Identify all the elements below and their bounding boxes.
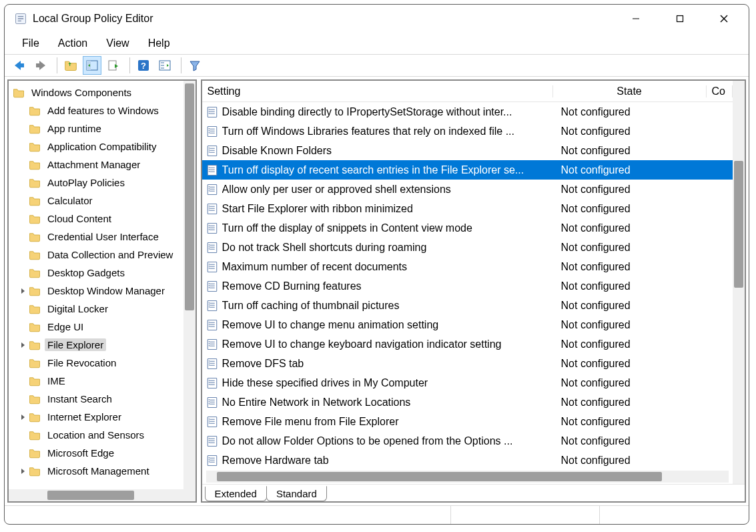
tab-extended[interactable]: Extended bbox=[205, 487, 267, 501]
list-row[interactable]: Maximum number of recent documentsNot co… bbox=[202, 257, 733, 276]
minimize-button[interactable] bbox=[614, 5, 658, 32]
app-window: Local Group Policy Editor File Action Vi… bbox=[4, 4, 749, 525]
scrollbar-thumb[interactable] bbox=[217, 472, 662, 481]
nav-forward-button[interactable] bbox=[31, 56, 50, 75]
list-row[interactable]: Remove UI to change keyboard navigation … bbox=[202, 334, 733, 354]
tree-item[interactable]: App runtime bbox=[9, 119, 183, 138]
list-row[interactable]: Turn off display of recent search entrie… bbox=[202, 160, 733, 180]
list-row[interactable]: Remove DFS tabNot configured bbox=[202, 354, 733, 373]
row-state: Not configured bbox=[553, 106, 707, 118]
tree-item[interactable]: Application Compatibility bbox=[9, 138, 183, 156]
list-row[interactable]: No Entire Network in Network LocationsNo… bbox=[202, 392, 733, 412]
tab-standard[interactable]: Standard bbox=[266, 486, 327, 501]
row-setting: Remove DFS tab bbox=[222, 358, 553, 370]
list-row[interactable]: Turn off Windows Libraries features that… bbox=[202, 121, 733, 141]
column-header-comment[interactable]: Co bbox=[707, 85, 733, 97]
row-state: Not configured bbox=[553, 261, 707, 273]
list-row[interactable]: Hide these specified drives in My Comput… bbox=[202, 373, 733, 392]
policy-icon bbox=[206, 164, 218, 176]
row-state: Not configured bbox=[553, 455, 707, 467]
tree-label: Edge UI bbox=[45, 320, 86, 333]
tree-item[interactable]: Microsoft Edge bbox=[9, 444, 183, 462]
title-bar[interactable]: Local Group Policy Editor bbox=[5, 5, 749, 33]
horizontal-scrollbar[interactable] bbox=[9, 489, 183, 501]
list-row[interactable]: Disable Known FoldersNot configured bbox=[202, 141, 733, 160]
toolbar-separator bbox=[181, 57, 181, 73]
column-header-state[interactable]: State bbox=[553, 85, 707, 97]
row-setting: Maximum number of recent documents bbox=[222, 261, 553, 273]
tree-item[interactable]: Location and Sensors bbox=[9, 426, 183, 444]
list-row[interactable]: Remove CD Burning featuresNot configured bbox=[202, 276, 733, 296]
export-list-button[interactable] bbox=[104, 56, 123, 75]
folder-icon bbox=[29, 447, 41, 459]
filter-button[interactable] bbox=[185, 56, 204, 75]
policy-icon bbox=[206, 300, 218, 312]
horizontal-scrollbar[interactable] bbox=[206, 471, 729, 483]
expander-icon[interactable] bbox=[18, 468, 29, 475]
expander-icon[interactable] bbox=[18, 342, 29, 348]
row-state: Not configured bbox=[553, 300, 707, 312]
nav-back-button[interactable] bbox=[10, 56, 29, 75]
folder-icon bbox=[13, 87, 25, 99]
tree-item[interactable]: File Explorer bbox=[9, 336, 183, 354]
tree-item[interactable]: Microsoft Management bbox=[9, 462, 183, 480]
menu-action[interactable]: Action bbox=[49, 35, 97, 52]
row-setting: Hide these specified drives in My Comput… bbox=[222, 377, 553, 389]
folder-icon bbox=[29, 123, 41, 135]
status-cell bbox=[451, 506, 601, 524]
row-setting: Disable binding directly to IPropertySet… bbox=[222, 106, 553, 118]
help-button[interactable]: ? bbox=[134, 56, 153, 75]
vertical-scrollbar[interactable] bbox=[733, 81, 745, 484]
list-row[interactable]: Do not allow Folder Options to be opened… bbox=[202, 431, 733, 451]
column-header-setting[interactable]: Setting bbox=[202, 85, 553, 97]
tree-item[interactable]: Instant Search bbox=[9, 390, 183, 408]
scrollbar-thumb[interactable] bbox=[734, 161, 743, 288]
svg-text:?: ? bbox=[141, 61, 146, 71]
tree-item[interactable]: Desktop Gadgets bbox=[9, 264, 183, 282]
show-hide-tree-button[interactable] bbox=[83, 56, 101, 75]
list[interactable]: Disable binding directly to IPropertySet… bbox=[202, 102, 733, 471]
toolbar-separator bbox=[129, 57, 130, 73]
close-button[interactable] bbox=[702, 5, 746, 32]
tree-item[interactable]: Attachment Manager bbox=[9, 156, 183, 174]
list-row[interactable]: Turn off caching of thumbnail picturesNo… bbox=[202, 296, 733, 315]
menu-view[interactable]: View bbox=[97, 35, 138, 52]
scrollbar-thumb[interactable] bbox=[47, 491, 134, 500]
properties-button[interactable] bbox=[155, 56, 174, 75]
tree-item[interactable]: Add features to Windows bbox=[9, 101, 183, 119]
policy-icon bbox=[206, 396, 218, 409]
list-row[interactable]: Remove UI to change menu animation setti… bbox=[202, 315, 733, 334]
list-row[interactable]: Do not track Shell shortcuts during roam… bbox=[202, 238, 733, 257]
menu-file[interactable]: File bbox=[13, 35, 49, 52]
tree-item[interactable]: IME bbox=[9, 372, 183, 390]
tree-root[interactable]: Windows Components bbox=[9, 83, 183, 101]
list-row[interactable]: Start File Explorer with ribbon minimize… bbox=[202, 199, 733, 218]
tree-item[interactable]: AutoPlay Policies bbox=[9, 174, 183, 192]
app-icon bbox=[14, 12, 27, 25]
list-row[interactable]: Disable binding directly to IPropertySet… bbox=[202, 102, 733, 121]
list-row[interactable]: Allow only per user or approved shell ex… bbox=[202, 180, 733, 199]
tree[interactable]: Windows ComponentsAdd features to Window… bbox=[9, 81, 183, 501]
expander-icon[interactable] bbox=[18, 414, 29, 421]
tree-item[interactable]: Edge UI bbox=[9, 318, 183, 336]
tree-item[interactable]: Internet Explorer bbox=[9, 408, 183, 426]
svg-rect-20 bbox=[36, 63, 40, 67]
tree-item[interactable]: Data Collection and Preview bbox=[9, 246, 183, 264]
list-row[interactable]: Turn off the display of snippets in Cont… bbox=[202, 218, 733, 238]
tree-item[interactable]: Digital Locker bbox=[9, 300, 183, 318]
maximize-button[interactable] bbox=[658, 5, 702, 32]
tree-item[interactable]: Calculator bbox=[9, 192, 183, 210]
tree-item[interactable]: Desktop Window Manager bbox=[9, 282, 183, 300]
up-level-button[interactable] bbox=[61, 56, 80, 75]
tree-item[interactable]: Credential User Interface bbox=[9, 228, 183, 246]
menu-help[interactable]: Help bbox=[139, 35, 179, 52]
vertical-scrollbar[interactable] bbox=[183, 81, 196, 501]
list-row[interactable]: Remove File menu from File ExplorerNot c… bbox=[202, 412, 733, 431]
tree-label: Microsoft Management bbox=[45, 465, 152, 477]
tree-item[interactable]: File Revocation bbox=[9, 354, 183, 372]
expander-icon[interactable] bbox=[18, 288, 29, 294]
scrollbar-thumb[interactable] bbox=[185, 83, 194, 310]
tree-item[interactable]: Cloud Content bbox=[9, 210, 183, 228]
list-row[interactable]: Remove Hardware tabNot configured bbox=[202, 451, 733, 470]
policy-icon bbox=[206, 338, 218, 350]
